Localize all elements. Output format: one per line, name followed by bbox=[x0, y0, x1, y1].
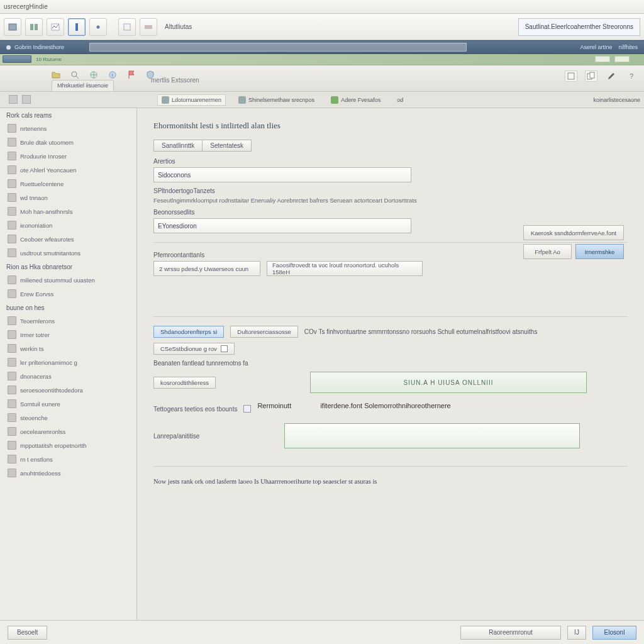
select-6b[interactable]: ifiterdene.font Solemorrothnihoreotherne… bbox=[320, 402, 465, 416]
divider-3 bbox=[153, 466, 628, 467]
checkbox-label: CSeSstbdionue g rov bbox=[160, 345, 217, 352]
doc-icon bbox=[8, 344, 16, 353]
mode-chip-plain[interactable]: Dultoreserciassosse bbox=[230, 326, 298, 338]
doc-icon bbox=[8, 469, 16, 477]
chrome-icon-folder[interactable] bbox=[50, 69, 62, 80]
subheader-left: Gobrin Indinesthore bbox=[14, 44, 64, 50]
sidebar-item-3-10[interactable]: rn t enstlons bbox=[0, 452, 136, 466]
sidebar-item-1-8[interactable]: Ceoboer wfeaurotes bbox=[0, 232, 136, 246]
content-tabrow: Sanatlinnttk Setentatesk bbox=[153, 140, 628, 152]
sidebar-item-3-1[interactable]: Irmer totrer bbox=[0, 328, 136, 341]
sidebar-item-2-0[interactable]: miliened stoummud uuasten bbox=[0, 273, 136, 287]
chrome-right-pencil-icon[interactable] bbox=[605, 70, 618, 82]
chrome-label: mertlis Extssoren bbox=[151, 77, 199, 84]
sidebar-item-1-5[interactable]: wd tnnaon bbox=[0, 191, 136, 204]
sidebar-item-1-1[interactable]: Brule dtak utoomem bbox=[0, 135, 136, 149]
highlight-box-2[interactable] bbox=[284, 423, 580, 448]
select-4b[interactable]: Faoosiftrovedt ta voc lroutl nroonortord… bbox=[267, 261, 423, 276]
address-bar[interactable] bbox=[89, 43, 467, 52]
field-input-3[interactable] bbox=[153, 218, 411, 233]
content-tab-a[interactable]: Sanatlinnttk bbox=[153, 140, 202, 152]
toolbar-button-3[interactable] bbox=[47, 18, 64, 36]
doc-icon bbox=[8, 386, 16, 394]
toolbar-button-5[interactable] bbox=[89, 18, 107, 36]
field-input-1[interactable] bbox=[153, 167, 411, 182]
sidebar-section-2-header: Rion as Hka obnaretsor bbox=[0, 260, 136, 273]
secbar-btn-5[interactable]: koinarlistecesaone bbox=[589, 96, 644, 104]
sidebar-item-3-6[interactable]: Somtuil eunere bbox=[0, 397, 136, 411]
tiny-picker-icon[interactable] bbox=[243, 405, 251, 413]
sidebar-item-3-9[interactable]: mppottatitsh eropetnortth bbox=[0, 438, 136, 452]
sidebar-item-1-9[interactable]: usdtrout smutnitantons bbox=[0, 246, 136, 260]
divider-2 bbox=[153, 316, 628, 317]
left-chip-5[interactable]: kosrorodtithlieress bbox=[153, 377, 216, 389]
toolbar-right-panel[interactable]: Sautlinat.Eleerlcoahernther Streoronns bbox=[518, 18, 640, 36]
sidebar-item-3-0[interactable]: Teoernlerons bbox=[0, 314, 136, 328]
right-btn-1[interactable]: Kaerosk ssndtdormferrveAe.font bbox=[523, 225, 624, 240]
sidebar: Rork cals reams nrtenenns Brule dtak uto… bbox=[0, 108, 137, 620]
accent-mini-2[interactable] bbox=[614, 56, 630, 62]
svg-rect-0 bbox=[9, 24, 16, 30]
right-btn-2a[interactable]: Frfpelt Ao bbox=[523, 244, 572, 259]
subheader-bar: Gobrin Indinesthore Aserel artIne nilfhi… bbox=[0, 40, 644, 54]
doc-icon bbox=[8, 316, 16, 325]
secbar-btn-1[interactable]: Ldotornuarenermen bbox=[157, 94, 226, 106]
sidebar-item-1-0[interactable]: nrtenenns bbox=[0, 121, 136, 135]
accent-chip[interactable] bbox=[3, 55, 31, 63]
footer-button-left[interactable]: Besoelt bbox=[8, 626, 47, 640]
checkbox-icon[interactable] bbox=[221, 345, 228, 352]
sidebar-item-3-7[interactable]: steoenche bbox=[0, 411, 136, 425]
footer-button-mid[interactable]: Raoreenmronut bbox=[460, 626, 561, 640]
chrome-icon-zoom[interactable] bbox=[69, 69, 80, 80]
sidebar-item-1-7[interactable]: ieononiation bbox=[0, 218, 136, 232]
secbar-btn-2[interactable]: Shinelsemethaw srecnpos bbox=[235, 95, 318, 105]
main-area: Rork cals reams nrtenenns Brule dtak uto… bbox=[0, 108, 644, 620]
sidebar-item-3-4[interactable]: dnonaceras bbox=[0, 369, 136, 383]
file-tab-1[interactable]: Mhskuetiel iisuenoie bbox=[52, 80, 114, 91]
highlight-box-1[interactable]: SIUN.A H UIUSA ONLLNIII bbox=[310, 372, 587, 393]
subheader-right-1[interactable]: Aserel artIne bbox=[580, 44, 612, 50]
right-btn-2b[interactable]: Irnermshke bbox=[575, 244, 624, 259]
toolbar-button-6[interactable] bbox=[118, 18, 136, 36]
chrome-icon-flag[interactable] bbox=[126, 69, 137, 80]
sidebar-item-3-3[interactable]: ler prilterionamimoc g bbox=[0, 355, 136, 369]
checkbox-chip[interactable]: CSeSstbdionue g rov bbox=[153, 343, 235, 355]
sidebar-item-1-3[interactable]: ote Ahlerl Yeoncauen bbox=[0, 163, 136, 177]
checkbox-row: CSeSstbdionue g rov bbox=[153, 343, 628, 355]
window-title: usrecergHindie bbox=[4, 3, 48, 10]
doc-icon bbox=[8, 193, 16, 202]
toolbar-button-1[interactable] bbox=[4, 18, 21, 36]
sidebar-item-3-11[interactable]: anuhtntiedoess bbox=[0, 466, 136, 480]
mode-chip-blue[interactable]: Shdanodorenfterps si bbox=[153, 326, 224, 338]
chrome-icon-globe[interactable] bbox=[88, 69, 99, 80]
field-desc-2: Feseutlngimmrkloornput rodnsttaitar Ener… bbox=[153, 197, 628, 204]
secbar-btn-3[interactable]: Adere Fvesafos bbox=[327, 95, 384, 105]
footer-button-small[interactable]: IJ bbox=[567, 626, 586, 640]
chrome-right-help-icon[interactable]: ? bbox=[625, 70, 638, 82]
toolbar-button-2[interactable] bbox=[25, 18, 43, 36]
accent-mini-1[interactable] bbox=[595, 56, 610, 62]
subheader-right-2[interactable]: nilfhites bbox=[618, 44, 638, 50]
toolbar-button-4[interactable] bbox=[68, 18, 86, 36]
sidebar-item-3-2[interactable]: werkin ts bbox=[0, 341, 136, 355]
sidebar-item-3-5[interactable]: seroesoeontithtodedora bbox=[0, 383, 136, 397]
sidebar-item-3-8[interactable]: oecelearenronlss bbox=[0, 425, 136, 438]
chrome-right-icon-1[interactable] bbox=[565, 70, 577, 82]
chrome-icon-info[interactable]: i bbox=[107, 69, 118, 80]
right-action-panel: Kaerosk ssndtdormferrveAe.font Frfpelt A… bbox=[523, 225, 624, 263]
accent-strip: 10 Rszurne bbox=[0, 54, 644, 65]
sidebar-item-2-1[interactable]: Erew Eorvss bbox=[0, 287, 136, 301]
footer-button-right[interactable]: Elosonl bbox=[592, 626, 636, 640]
toolbar-button-7[interactable] bbox=[140, 18, 157, 36]
doc-icon bbox=[8, 235, 16, 243]
sidebar-item-1-4[interactable]: Ruettuelcentene bbox=[0, 177, 136, 191]
sidebar-item-1-6[interactable]: Moh han-ansthnrsls bbox=[0, 204, 136, 218]
select-6a[interactable]: Rermoinutt bbox=[257, 402, 314, 416]
doc-icon bbox=[8, 372, 16, 380]
grid-icon bbox=[162, 96, 169, 104]
chrome-right-icon-2[interactable] bbox=[585, 70, 597, 82]
sidebar-item-1-2[interactable]: Rroduurie Inroser bbox=[0, 149, 136, 163]
secbar-btn-4[interactable]: od bbox=[393, 96, 407, 104]
content-tab-b[interactable]: Setentatesk bbox=[202, 140, 252, 152]
select-4a[interactable]: 2 wrssu pdesd.y Uwaerseos cuun bbox=[153, 261, 260, 276]
